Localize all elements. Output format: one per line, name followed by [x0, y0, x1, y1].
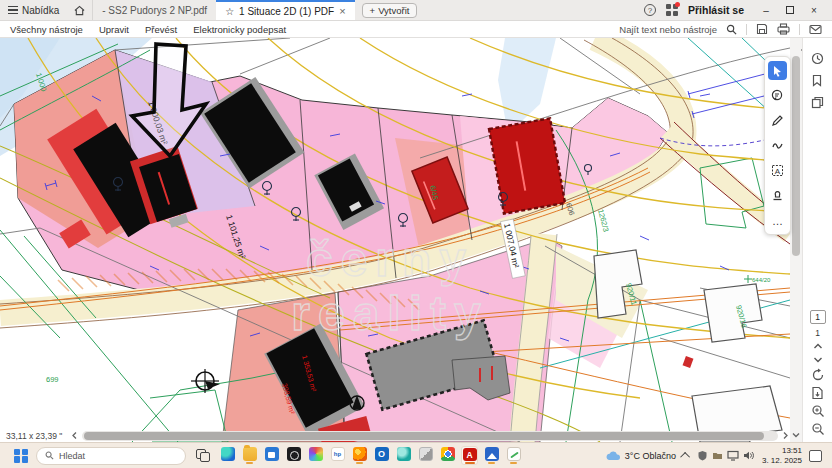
- zoom-in-icon[interactable]: [811, 404, 825, 418]
- taskbar-app-acrobat[interactable]: A: [461, 446, 478, 465]
- scroll-left-icon[interactable]: [70, 431, 79, 440]
- pencil-tool-button[interactable]: [768, 111, 787, 130]
- taskbar-app-teal[interactable]: [395, 446, 412, 465]
- task-view-button[interactable]: [196, 449, 211, 462]
- previous-page-icon[interactable]: [812, 342, 824, 351]
- apps-grid-button[interactable]: [666, 4, 678, 16]
- edit-menu[interactable]: Upravit: [99, 24, 129, 35]
- weather-widget[interactable]: 3°C Oblačno: [605, 450, 676, 461]
- pages-icon[interactable]: [811, 96, 824, 109]
- mail-share-icon[interactable]: [809, 24, 822, 35]
- tab-situace-active[interactable]: ☆ 1 Situace 2D (1) PDF ×: [216, 0, 354, 20]
- tray-volume-icon[interactable]: [743, 450, 755, 461]
- hamburger-icon: [8, 6, 18, 14]
- save-icon[interactable]: [756, 23, 768, 35]
- bookmark-icon[interactable]: [811, 74, 823, 87]
- more-tools-button[interactable]: …: [768, 211, 787, 230]
- all-tools-menu[interactable]: Všechny nástroje: [10, 24, 83, 35]
- cloud-icon: [605, 450, 621, 461]
- start-button[interactable]: [14, 449, 28, 463]
- menu-button[interactable]: Nabídka: [0, 0, 67, 20]
- convert-menu[interactable]: Převést: [145, 24, 177, 35]
- right-rail: 1 1: [802, 38, 832, 442]
- window-minimize-button[interactable]: –: [754, 0, 778, 20]
- taskbar-app-pen[interactable]: [505, 446, 522, 465]
- page-total-label: 1: [815, 328, 820, 338]
- date-label: 3. 12. 2025: [762, 456, 802, 465]
- firefox-icon: [353, 447, 367, 461]
- taskbar-app-colorful[interactable]: [307, 446, 324, 465]
- taskbar-app-dark[interactable]: [285, 446, 302, 465]
- tray-expand-icon[interactable]: [680, 452, 690, 462]
- star-icon[interactable]: ☆: [225, 6, 234, 17]
- stamp-icon: [771, 189, 784, 202]
- taskbar-app-explorer[interactable]: [241, 446, 258, 465]
- tray-display-icon[interactable]: [727, 450, 739, 461]
- acrobat-icon: A: [463, 448, 477, 461]
- horizontal-scrollbar-thumb[interactable]: [84, 432, 764, 440]
- taskbar-app-firefox[interactable]: [351, 446, 368, 465]
- draw-tool-button[interactable]: [768, 136, 787, 155]
- sign-in-button[interactable]: Přihlásit se: [688, 4, 744, 16]
- vertical-scrollbar[interactable]: [790, 38, 802, 442]
- find-label[interactable]: Najít text nebo nástroje: [619, 24, 717, 35]
- squiggle-icon: [771, 139, 784, 152]
- home-icon: [74, 5, 85, 16]
- edge-icon: [221, 447, 235, 461]
- hp-icon: hp: [331, 447, 345, 461]
- tray-shield-icon[interactable]: [697, 450, 708, 461]
- taskbar-app-store[interactable]: [263, 446, 280, 465]
- next-page-icon[interactable]: [812, 355, 824, 364]
- export-page-icon[interactable]: [811, 386, 824, 400]
- search-icon[interactable]: [726, 24, 737, 35]
- help-button[interactable]: ?: [644, 4, 656, 16]
- cursor-icon: [772, 65, 783, 77]
- recent-files-icon[interactable]: [811, 52, 824, 65]
- windows-taskbar: Hledat hp O A 3°C Oblačno 13:51 3.: [0, 442, 832, 468]
- taskbar-app-hp[interactable]: hp: [329, 446, 346, 465]
- tray-folder-icon[interactable]: [712, 450, 723, 461]
- quick-tools-palette: A …: [764, 56, 791, 235]
- scroll-right-icon[interactable]: [781, 431, 790, 440]
- svg-text:A: A: [775, 167, 781, 176]
- tab-label: 1 Situace 2D (1) PDF: [239, 6, 334, 17]
- parcel-number: 699: [46, 375, 59, 384]
- home-button[interactable]: [67, 0, 93, 20]
- photos-icon: [485, 447, 499, 461]
- tab-label: - SS2 Pudorys 2 NP.pdf: [102, 5, 207, 16]
- vertical-scrollbar-thumb[interactable]: [792, 56, 800, 256]
- taskbar-app-edge[interactable]: [219, 446, 236, 465]
- tab-close-icon[interactable]: ×: [339, 5, 345, 17]
- menu-label: Nabídka: [22, 5, 59, 16]
- stamp-tool-button[interactable]: [768, 186, 787, 205]
- tab-pudorys[interactable]: - SS2 Pudorys 2 NP.pdf: [93, 0, 216, 20]
- horizontal-scrollbar[interactable]: 33,11 x 23,39 ": [0, 429, 790, 442]
- taskbar-app-gray[interactable]: [417, 446, 434, 465]
- window-close-button[interactable]: ×: [802, 0, 826, 20]
- rotate-icon[interactable]: [811, 368, 825, 382]
- notification-center-icon[interactable]: [809, 450, 822, 462]
- taskbar-app-photos[interactable]: [483, 446, 500, 465]
- text-box-tool-button[interactable]: A: [768, 161, 787, 180]
- text-box-icon: A: [771, 164, 784, 177]
- scroll-down-icon[interactable]: [791, 430, 801, 440]
- clock[interactable]: 13:51 3. 12. 2025: [762, 446, 802, 464]
- page-number-input[interactable]: 1: [810, 310, 826, 324]
- time-label: 13:51: [762, 446, 802, 455]
- taskbar-app-chrome[interactable]: [439, 446, 456, 465]
- create-button[interactable]: + Vytvořit: [362, 3, 418, 18]
- horizontal-scrollbar-track[interactable]: [82, 431, 778, 441]
- plus-icon: +: [370, 5, 376, 16]
- esign-menu[interactable]: Elektronicky podepsat: [193, 24, 286, 35]
- comment-tool-button[interactable]: [768, 86, 787, 105]
- comment-icon: [771, 89, 784, 102]
- select-tool-button[interactable]: [768, 61, 787, 80]
- taskbar-app-outlook[interactable]: O: [373, 446, 390, 465]
- window-maximize-button[interactable]: [778, 0, 802, 20]
- pen-app-icon: [507, 447, 521, 461]
- pdf-page-canvas[interactable]: 1 000,03 m² 1 101,25 m² 1 007,04 m² 1 35…: [0, 38, 790, 442]
- system-tray: [697, 450, 755, 461]
- taskbar-search[interactable]: Hledat: [36, 447, 186, 465]
- zoom-out-icon[interactable]: [811, 422, 825, 436]
- print-icon[interactable]: [777, 23, 790, 35]
